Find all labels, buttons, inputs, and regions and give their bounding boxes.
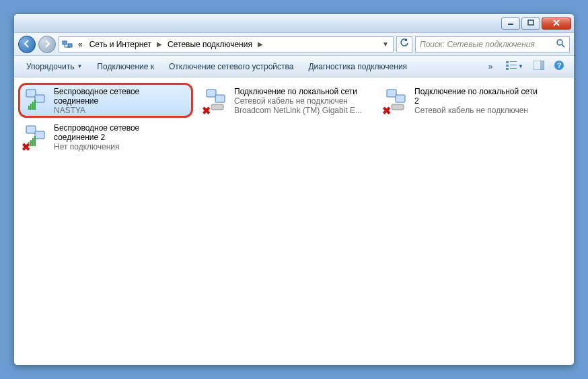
- svg-rect-12: [506, 65, 509, 67]
- close-icon: [552, 20, 560, 28]
- svg-rect-13: [510, 65, 517, 65]
- connection-title-line2: соединение 2: [54, 133, 188, 142]
- search-input[interactable]: Поиск: Сетевые подключения: [415, 36, 570, 53]
- connection-status: Сетевой кабель не подключен: [414, 106, 549, 115]
- back-arrow-icon: [23, 39, 31, 50]
- connect-to-label: Подключение к: [97, 62, 154, 71]
- chevron-right-icon[interactable]: ▶: [256, 40, 264, 48]
- window-controls: [501, 18, 571, 30]
- connection-item[interactable]: ✖ Подключение по локальной сети 2 Сетево…: [380, 84, 552, 116]
- svg-rect-27: [215, 95, 225, 102]
- breadcrumb-seg-2[interactable]: Сетевые подключения: [165, 40, 255, 49]
- navigation-bar: « Сеть и Интернет ▶ Сетевые подключения …: [14, 33, 574, 56]
- svg-rect-5: [68, 44, 72, 47]
- network-connections-icon: [62, 39, 73, 50]
- svg-line-9: [562, 44, 564, 47]
- svg-rect-33: [35, 131, 44, 139]
- svg-rect-1: [528, 20, 534, 25]
- svg-rect-4: [63, 41, 67, 44]
- connection-item[interactable]: Беспроводное сетевое соединение NASTYA: [20, 84, 192, 116]
- disconnected-x-icon: ✖: [22, 141, 32, 151]
- connections-list: Беспроводное сетевое соединение NASTYA ✖…: [14, 77, 574, 365]
- diagnose-button[interactable]: Диагностика подключения: [303, 61, 412, 73]
- titlebar: [14, 14, 574, 33]
- svg-rect-36: [32, 138, 34, 146]
- forward-arrow-icon: [43, 39, 51, 50]
- help-button[interactable]: ?: [551, 59, 567, 74]
- connection-text: Подключение по локальной сети 2 Сетевой …: [414, 87, 549, 115]
- svg-rect-26: [207, 90, 216, 97]
- svg-rect-31: [392, 104, 404, 110]
- close-button[interactable]: [542, 18, 571, 30]
- svg-rect-14: [506, 68, 509, 70]
- chevron-down-icon: ▼: [77, 63, 82, 69]
- connection-status: Нет подключения: [54, 142, 188, 151]
- svg-rect-24: [32, 102, 34, 110]
- view-options-icon: [506, 61, 517, 72]
- svg-rect-11: [510, 61, 517, 62]
- disconnected-x-icon: ✖: [382, 104, 393, 115]
- maximize-icon: [527, 20, 534, 28]
- connection-title-line1: Беспроводное сетевое: [54, 87, 188, 96]
- organize-menu[interactable]: Упорядочить ▼: [21, 61, 87, 73]
- connection-text: Беспроводное сетевое соединение NASTYA: [54, 87, 188, 115]
- ethernet-icon: ✖: [383, 87, 410, 114]
- connection-title-line1: Подключение по локальной сети: [414, 87, 549, 96]
- ethernet-icon: ✖: [203, 87, 230, 114]
- svg-rect-37: [34, 136, 36, 146]
- command-bar: Упорядочить ▼ Подключение к Отключение с…: [14, 56, 574, 77]
- chevron-right-icon[interactable]: ▶: [155, 40, 163, 48]
- svg-point-8: [557, 40, 562, 45]
- connection-title-line1: Беспроводное сетевое: [54, 123, 188, 133]
- connection-status: Сетевой кабель не подключен: [234, 96, 369, 106]
- disable-device-button[interactable]: Отключение сетевого устройства: [163, 61, 299, 73]
- chevron-right-icon: »: [488, 62, 493, 71]
- address-bar[interactable]: « Сеть и Интернет ▶ Сетевые подключения …: [59, 36, 394, 53]
- connection-item[interactable]: ✖ Подключение по локальной сети Сетевой …: [200, 84, 372, 116]
- nav-forward-button[interactable]: [38, 36, 56, 53]
- svg-rect-10: [506, 61, 509, 63]
- svg-rect-17: [540, 61, 544, 70]
- minimize-icon: [507, 20, 514, 28]
- svg-rect-22: [28, 106, 30, 110]
- connection-item[interactable]: ✖ Беспроводное сетевое соединение 2 Нет …: [20, 120, 192, 153]
- organize-label: Упорядочить: [26, 62, 74, 71]
- chevron-down-icon[interactable]: ▼: [381, 40, 390, 48]
- help-icon: ?: [554, 60, 564, 73]
- connection-title-line2: соединение: [54, 96, 188, 106]
- wifi-icon: ✖: [23, 123, 50, 150]
- svg-rect-30: [396, 95, 405, 102]
- disconnected-x-icon: ✖: [202, 104, 213, 115]
- svg-text:?: ?: [557, 61, 562, 69]
- diagnose-label: Диагностика подключения: [308, 62, 407, 71]
- refresh-icon: [400, 38, 409, 50]
- preview-pane-icon: [534, 61, 544, 72]
- svg-rect-28: [211, 104, 223, 110]
- search-placeholder: Поиск: Сетевые подключения: [420, 40, 535, 49]
- connect-to-button[interactable]: Подключение к: [91, 61, 159, 73]
- breadcrumb-seg-1[interactable]: Сеть и Интернет: [87, 40, 154, 49]
- maximize-button[interactable]: [521, 18, 540, 30]
- svg-rect-20: [26, 90, 36, 97]
- svg-rect-29: [387, 90, 396, 97]
- svg-rect-15: [510, 68, 517, 69]
- search-icon: [556, 38, 565, 50]
- breadcrumb-prefix[interactable]: «: [75, 40, 85, 49]
- connection-text: Беспроводное сетевое соединение 2 Нет по…: [54, 123, 188, 151]
- chevron-down-icon: ▼: [518, 63, 523, 69]
- connection-title-line2: 2: [414, 96, 549, 106]
- connection-text: Подключение по локальной сети Сетевой ка…: [234, 87, 369, 115]
- explorer-window: « Сеть и Интернет ▶ Сетевые подключения …: [13, 13, 575, 366]
- disable-device-label: Отключение сетевого устройства: [169, 62, 293, 71]
- view-options-button[interactable]: ▼: [503, 59, 527, 74]
- minimize-button[interactable]: [501, 18, 520, 30]
- connection-title-line1: Подключение по локальной сети: [234, 87, 369, 96]
- svg-rect-23: [30, 104, 32, 110]
- preview-pane-button[interactable]: [531, 59, 547, 74]
- connection-status: NASTYA: [54, 106, 188, 115]
- svg-rect-32: [26, 126, 36, 133]
- svg-rect-25: [34, 100, 36, 110]
- refresh-button[interactable]: [396, 36, 412, 53]
- nav-back-button[interactable]: [18, 36, 36, 53]
- overflow-button[interactable]: »: [482, 59, 499, 74]
